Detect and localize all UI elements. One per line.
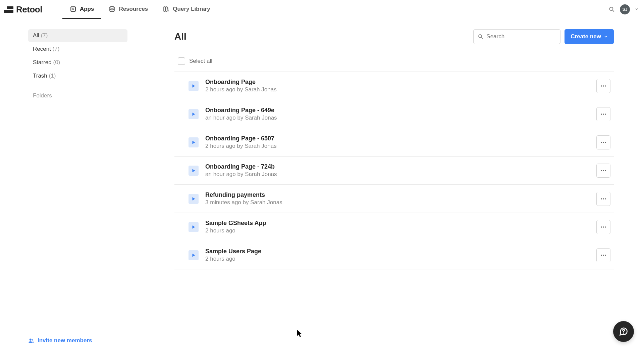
- nav-tab-label: Query Library: [173, 6, 210, 12]
- sidebar-item-count: (0): [53, 59, 60, 65]
- app-icon: [189, 109, 199, 119]
- svg-marker-36: [193, 254, 195, 257]
- main-header: All Create new: [174, 29, 614, 44]
- nav-tab-query-library[interactable]: Query Library: [155, 0, 218, 19]
- svg-line-7: [613, 10, 614, 12]
- app-row[interactable]: Refunding payments3 minutes ago by Sarah…: [174, 185, 614, 213]
- app-row[interactable]: Onboarding Page2 hours ago by Sarah Jona…: [174, 72, 614, 100]
- avatar-initials: SJ: [623, 7, 628, 12]
- play-icon: [191, 112, 196, 117]
- app-info: Onboarding Page - 724ban hour ago by Sar…: [205, 163, 596, 178]
- search-input[interactable]: [486, 33, 556, 40]
- content: All (7)Recent (7)Starred (0)Trash (1) Fo…: [0, 19, 644, 352]
- more-actions-button[interactable]: [596, 107, 610, 121]
- nav-tab-apps[interactable]: Apps: [62, 0, 102, 19]
- svg-point-27: [605, 170, 606, 171]
- chevron-down-icon: [604, 35, 608, 39]
- sidebar-item-label: All: [33, 32, 39, 39]
- svg-point-15: [605, 85, 606, 86]
- app-info: Onboarding Page - 65072 hours ago by Sar…: [205, 135, 596, 149]
- app-name: Sample Users Page: [205, 248, 596, 255]
- svg-marker-24: [193, 169, 195, 172]
- sidebar-item-all[interactable]: All (7): [28, 29, 127, 42]
- svg-point-35: [605, 226, 606, 227]
- sidebar-item-starred[interactable]: Starred (0): [28, 56, 127, 69]
- app-row[interactable]: Onboarding Page - 724ban hour ago by Sar…: [174, 157, 614, 185]
- svg-point-29: [601, 198, 602, 199]
- more-actions-button[interactable]: [596, 79, 610, 93]
- invite-label: Invite new members: [38, 337, 92, 344]
- svg-point-31: [605, 198, 606, 199]
- app-meta: 3 minutes ago by Sarah Jonas: [205, 199, 596, 206]
- nav-tab-label: Resources: [119, 6, 148, 12]
- svg-point-13: [601, 85, 602, 86]
- main-panel: All Create new Select all Onboarding Pag…: [144, 19, 644, 352]
- user-menu-chevron[interactable]: [635, 6, 639, 12]
- svg-rect-4: [166, 7, 167, 11]
- create-new-button[interactable]: Create new: [565, 29, 614, 44]
- sidebar-item-trash[interactable]: Trash (1): [28, 70, 127, 82]
- app-info: Sample GSheets App2 hours ago: [205, 220, 596, 234]
- app-row[interactable]: Onboarding Page - 649ean hour ago by Sar…: [174, 100, 614, 128]
- app-icon: [189, 137, 199, 147]
- more-actions-button[interactable]: [596, 135, 610, 149]
- app-row[interactable]: Sample GSheets App2 hours ago: [174, 213, 614, 241]
- app-meta: 2 hours ago: [205, 227, 596, 234]
- app-row[interactable]: Sample Users Page2 hours ago: [174, 241, 614, 269]
- svg-point-21: [601, 142, 602, 143]
- global-search-button[interactable]: [608, 6, 615, 13]
- more-actions-button[interactable]: [596, 248, 610, 262]
- svg-marker-12: [193, 84, 195, 87]
- svg-point-8: [30, 339, 32, 341]
- search-icon: [608, 6, 615, 13]
- svg-marker-1: [72, 8, 74, 10]
- svg-point-17: [601, 114, 602, 115]
- svg-marker-20: [193, 141, 195, 144]
- app-info: Onboarding Page - 649ean hour ago by Sar…: [205, 107, 596, 121]
- play-icon: [191, 225, 196, 229]
- app-meta: 2 hours ago by Sarah Jonas: [205, 143, 596, 149]
- search-box[interactable]: [473, 29, 560, 44]
- user-avatar[interactable]: SJ: [620, 4, 630, 14]
- nav-tab-resources[interactable]: Resources: [101, 0, 155, 19]
- play-icon: [191, 84, 196, 88]
- logo-mark-icon: [4, 6, 13, 13]
- more-actions-button[interactable]: [596, 164, 610, 178]
- svg-point-14: [603, 85, 604, 86]
- sidebar-item-label: Recent: [33, 46, 51, 52]
- sidebar: All (7)Recent (7)Starred (0)Trash (1) Fo…: [0, 19, 144, 352]
- sidebar-item-label: Starred: [33, 59, 52, 65]
- app-info: Refunding payments3 minutes ago by Sarah…: [205, 191, 596, 206]
- app-name: Refunding payments: [205, 191, 596, 199]
- logo-text: Retool: [16, 4, 42, 15]
- search-icon: [478, 34, 484, 40]
- app-meta: an hour ago by Sarah Jonas: [205, 171, 596, 178]
- app-icon: [189, 81, 199, 91]
- more-horizontal-icon: [600, 111, 607, 118]
- more-horizontal-icon: [600, 167, 607, 174]
- more-horizontal-icon: [600, 252, 607, 259]
- svg-point-23: [605, 142, 606, 143]
- select-all-checkbox[interactable]: [178, 57, 185, 65]
- users-icon: [28, 338, 34, 344]
- apps-icon: [70, 6, 76, 12]
- app-icon: [189, 194, 199, 204]
- help-icon: [619, 327, 628, 336]
- play-icon: [191, 196, 196, 201]
- app-icon: [189, 166, 199, 176]
- svg-point-30: [603, 198, 604, 199]
- app-meta: 2 hours ago: [205, 256, 596, 262]
- svg-point-26: [603, 170, 604, 171]
- more-actions-button[interactable]: [596, 220, 610, 234]
- sidebar-item-recent[interactable]: Recent (7): [28, 43, 127, 55]
- logo[interactable]: Retool: [4, 4, 42, 15]
- svg-point-37: [601, 255, 602, 256]
- books-icon: [163, 6, 169, 12]
- select-all-row: Select all: [174, 57, 614, 72]
- more-actions-button[interactable]: [596, 192, 610, 206]
- help-button[interactable]: [613, 321, 634, 342]
- invite-members-link[interactable]: Invite new members: [28, 337, 127, 344]
- top-nav: Retool Apps Resources Query Library SJ: [0, 0, 644, 19]
- sidebar-item-label: Trash: [33, 73, 47, 79]
- app-row[interactable]: Onboarding Page - 65072 hours ago by Sar…: [174, 128, 614, 157]
